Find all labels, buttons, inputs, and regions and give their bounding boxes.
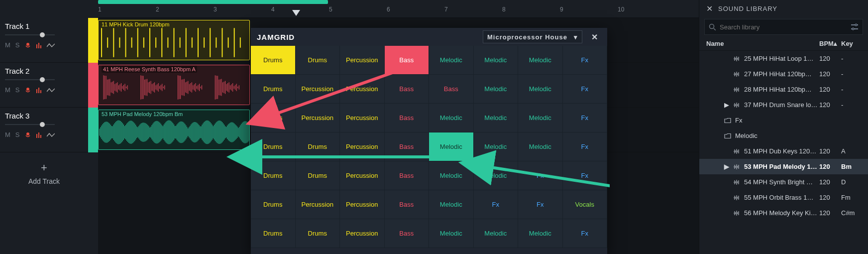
jamgrid-cell[interactable]: Drums (251, 75, 296, 104)
jamgrid-cell[interactable]: Melodic (518, 132, 563, 161)
jamgrid-cell[interactable]: Bass (385, 104, 430, 132)
jamgrid-cell[interactable]: Drums (251, 104, 296, 132)
jamgrid-cell[interactable]: Drums (251, 219, 296, 248)
jamgrid-cell[interactable]: Percussion (296, 104, 340, 132)
volume-slider[interactable] (5, 32, 83, 37)
volume-slider[interactable] (5, 77, 83, 82)
jamgrid-cell[interactable]: Drums (251, 46, 296, 75)
audio-clip[interactable]: 11 MPH Kick Drum 120bpm (98, 20, 250, 60)
mute-button[interactable]: M (5, 41, 10, 49)
jamgrid-cell[interactable]: Fx (563, 161, 608, 190)
library-item[interactable]: ▶28 MPH HiHat 120bp…120- (699, 82, 868, 97)
jamgrid-cell[interactable]: Fx (563, 75, 608, 104)
jamgrid-cell[interactable]: Percussion (340, 104, 385, 132)
jamgrid-cell[interactable]: Melodic (429, 132, 474, 161)
jamgrid-cell[interactable]: Melodic (429, 219, 474, 248)
jamgrid-cell[interactable]: Fx (518, 190, 563, 219)
jamgrid-cell[interactable]: Melodic (518, 75, 563, 104)
mute-button[interactable]: M (5, 131, 10, 138)
automation-icon[interactable] (47, 88, 55, 93)
library-folder[interactable]: Fx (699, 113, 868, 128)
record-icon[interactable] (25, 42, 31, 48)
jamgrid-cell[interactable]: Drums (296, 219, 340, 248)
audio-clip[interactable]: 41 MPH Reese Synth Bass 120bpm A (98, 65, 250, 105)
jamgrid-cell[interactable]: Fx (563, 104, 608, 132)
jamgrid-cell[interactable]: Melodic (474, 75, 519, 104)
library-folder[interactable]: Melodic (699, 128, 868, 143)
jamgrid-cell[interactable]: Percussion (296, 190, 340, 219)
jamgrid-preset-dropdown[interactable]: Microprocessor House ▾ (483, 30, 582, 43)
jamgrid-cell[interactable]: Fx (474, 190, 519, 219)
jamgrid-cell[interactable]: Melodic (429, 46, 474, 75)
jamgrid-cell[interactable]: Melodic (518, 46, 563, 75)
jamgrid-cell[interactable]: Bass (385, 219, 430, 248)
close-icon[interactable]: ✕ (706, 4, 713, 13)
record-icon[interactable] (25, 132, 31, 138)
jamgrid-cell[interactable]: Fx (563, 219, 608, 248)
playhead[interactable] (292, 10, 300, 16)
library-item[interactable]: ▶25 MPH HiHat Loop 1…120- (699, 51, 868, 66)
library-item[interactable]: ▶53 MPH Pad Melody 12…120Bm (699, 159, 868, 174)
library-item[interactable]: ▶27 MPH HiHat 120bp…120- (699, 66, 868, 82)
record-icon[interactable] (25, 87, 31, 93)
jamgrid-cell[interactable]: Drums (251, 132, 296, 161)
jamgrid-cell[interactable]: Drums (296, 161, 340, 190)
jamgrid-cell[interactable]: Percussion (340, 190, 385, 219)
close-icon[interactable]: ✕ (588, 32, 601, 42)
jamgrid-cell[interactable]: Bass (385, 190, 430, 219)
track-header[interactable]: Track 1MS (0, 18, 88, 63)
column-key[interactable]: Key (841, 40, 861, 47)
jamgrid-cell[interactable]: Percussion (340, 132, 385, 161)
jamgrid-cell[interactable]: Percussion (340, 219, 385, 248)
library-search[interactable] (704, 19, 863, 35)
jamgrid-cell[interactable]: Melodic (474, 46, 519, 75)
automation-icon[interactable] (47, 43, 55, 48)
jamgrid-cell[interactable]: Drums (296, 132, 340, 161)
jamgrid-cell[interactable]: Drums (251, 161, 296, 190)
jamgrid-cell[interactable]: Drums (296, 46, 340, 75)
library-item[interactable]: ▶54 MPH Synth Bright …120D (699, 174, 868, 190)
loop-region[interactable] (98, 0, 328, 4)
jamgrid-cell[interactable]: Melodic (474, 161, 519, 190)
column-name[interactable]: Name (706, 40, 819, 47)
jamgrid-cell[interactable]: Vocals (563, 190, 608, 219)
library-item[interactable]: ▶37 MPH Drum Snare lo…120- (699, 97, 868, 113)
meter-icon[interactable] (36, 87, 42, 93)
automation-icon[interactable] (47, 132, 55, 137)
jamgrid-cell[interactable]: Fx (563, 132, 608, 161)
library-item[interactable]: ▶55 MPH Orbit Brass 1…120Fm (699, 190, 868, 205)
solo-button[interactable]: S (15, 131, 20, 138)
jamgrid-cell[interactable]: Melodic (518, 104, 563, 132)
solo-button[interactable]: S (15, 86, 20, 94)
jamgrid-cell[interactable]: Melodic (474, 219, 519, 248)
jamgrid-cell[interactable]: Melodic (429, 190, 474, 219)
play-icon[interactable]: ▶ (724, 163, 730, 170)
jamgrid-cell[interactable]: Melodic (429, 104, 474, 132)
jamgrid-cell[interactable]: Fx (563, 46, 608, 75)
audio-clip[interactable]: 53 MPH Pad Melody 120bpm Bm (98, 110, 250, 150)
column-bpm[interactable]: BPM▴ (819, 40, 841, 47)
jamgrid-cell[interactable]: Percussion (340, 161, 385, 190)
mute-button[interactable]: M (5, 86, 10, 94)
library-item[interactable]: ▶51 MPH Dub Keys 120…120A (699, 143, 868, 159)
solo-button[interactable]: S (15, 41, 20, 49)
jamgrid-cell[interactable]: Percussion (296, 75, 340, 104)
track-header[interactable]: Track 3MS (0, 108, 88, 152)
meter-icon[interactable] (36, 42, 42, 48)
jamgrid-cell[interactable]: Fx (518, 161, 563, 190)
add-track-button[interactable]: +Add Track (0, 152, 88, 185)
jamgrid-cell[interactable]: Drums (251, 190, 296, 219)
jamgrid-cell[interactable]: Bass (385, 132, 430, 161)
volume-slider[interactable] (5, 122, 83, 127)
library-item[interactable]: ▶56 MPH Melody Key Ki…120C#m (699, 205, 868, 221)
track-header[interactable]: Track 2MS (0, 63, 88, 108)
jamgrid-cell[interactable]: Melodic (474, 104, 519, 132)
jamgrid-cell[interactable]: Bass (385, 46, 430, 75)
jamgrid-cell[interactable]: Melodic (518, 219, 563, 248)
jamgrid-cell[interactable]: Bass (385, 161, 430, 190)
meter-icon[interactable] (36, 132, 42, 138)
jamgrid-cell[interactable]: Bass (385, 75, 430, 104)
search-input[interactable] (720, 23, 847, 31)
jamgrid-cell[interactable]: Percussion (340, 75, 385, 104)
jamgrid-cell[interactable]: Percussion (340, 46, 385, 75)
